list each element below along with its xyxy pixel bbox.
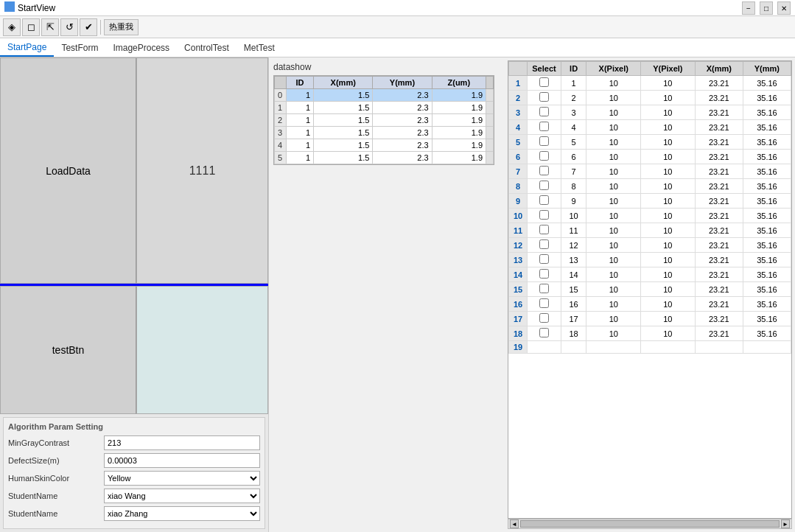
right-xpixel: 10 [586, 282, 641, 297]
datashow-y: 2.3 [373, 114, 432, 127]
row-checkbox[interactable] [539, 92, 549, 102]
right-select-cell[interactable] [528, 105, 561, 120]
param-select-humanskincolor[interactable]: Yellow Brown Light Dark [104, 471, 260, 486]
row-checkbox[interactable] [539, 225, 549, 234]
right-rownum: 9 [509, 194, 528, 209]
minimize-button[interactable]: − [742, 1, 755, 15]
param-input-mingraycontrast[interactable] [104, 435, 260, 450]
right-xpixel: 10 [586, 223, 641, 238]
right-id: 12 [561, 238, 586, 253]
undo-tool-button[interactable]: ↺ [60, 18, 78, 36]
right-ypixel: 10 [641, 253, 696, 267]
rect-tool-button[interactable]: ◻ [22, 18, 40, 36]
right-select-cell[interactable] [528, 194, 561, 209]
horizontal-scrollbar[interactable]: ◄ ► [508, 519, 792, 529]
row-checkbox[interactable] [539, 136, 549, 146]
right-select-cell[interactable] [528, 209, 561, 223]
scroll-right-arrow[interactable]: ► [781, 519, 790, 528]
datashow-rownum: 3 [275, 127, 287, 139]
right-select-cell[interactable] [528, 223, 561, 238]
menu-bar: StartPage TestForm ImageProcess ControlT… [0, 38, 795, 57]
param-input-defectsize[interactable] [104, 453, 260, 468]
datashow-id: 1 [287, 102, 314, 114]
row-checkbox[interactable] [539, 166, 549, 175]
datashow-z: 1.9 [432, 114, 486, 127]
right-table-wrapper[interactable]: Select ID X(Pixel) Y(Pixel) X(mm) Y(mm) … [508, 60, 792, 519]
datashow-x: 1.5 [314, 139, 373, 152]
right-id: 3 [561, 105, 586, 120]
row-checkbox[interactable] [539, 313, 549, 323]
close-button[interactable]: ✕ [777, 1, 791, 15]
menu-imageprocess[interactable]: ImageProcess [105, 38, 177, 57]
row-checkbox[interactable] [539, 210, 549, 220]
test-button[interactable]: testBtn [0, 286, 136, 414]
svg-rect-0 [4, 1, 15, 12]
param-select-studentname1[interactable]: xiao Wang xiao Zhang Li Ming [104, 489, 260, 503]
middle-panel: datashow ID X(mm) Y(mm) Z(um) 0 1 1.5 2. [269, 57, 505, 532]
right-select-cell[interactable] [528, 91, 561, 105]
right-select-cell[interactable] [528, 253, 561, 267]
right-ypixel: 10 [641, 105, 696, 120]
row-checkbox[interactable] [539, 239, 549, 249]
right-select-cell[interactable] [528, 150, 561, 164]
row-checkbox[interactable] [539, 254, 549, 264]
hotreload-button[interactable]: 热重我 [104, 19, 139, 35]
row-checkbox[interactable] [539, 328, 549, 337]
right-ymm: 35.16 [743, 312, 791, 326]
right-select-cell[interactable] [528, 326, 561, 341]
datashow-scroll-cell [486, 127, 494, 139]
right-col-id: ID [561, 62, 586, 76]
right-ymm: 35.16 [743, 91, 791, 105]
right-select-cell[interactable] [528, 135, 561, 150]
right-xpixel: 10 [586, 326, 641, 341]
right-select-cell[interactable] [528, 179, 561, 194]
check-tool-button[interactable]: ✔ [80, 18, 97, 36]
scrollbar-thumb[interactable] [520, 520, 780, 528]
right-ypixel: 10 [641, 297, 696, 312]
move-tool-button[interactable]: ⇱ [41, 18, 59, 36]
left-bottom: testBtn [0, 286, 268, 414]
row-checkbox[interactable] [539, 181, 549, 190]
load-data-button[interactable]: LoadData [0, 57, 136, 284]
row-checkbox[interactable] [539, 269, 549, 279]
datashow-row: 1 1 1.5 2.3 1.9 [275, 102, 494, 114]
param-label-studentname1: StudentName [8, 491, 104, 500]
row-checkbox[interactable] [539, 77, 549, 87]
row-checkbox[interactable] [539, 195, 549, 205]
row-checkbox[interactable] [539, 284, 549, 293]
right-select-cell[interactable] [528, 238, 561, 253]
right-select-cell[interactable] [528, 120, 561, 135]
row-checkbox[interactable] [539, 122, 549, 131]
table-row: 16 16 10 10 23.21 35.16 [509, 297, 791, 312]
right-select-cell[interactable] [528, 341, 561, 354]
right-xpixel: 10 [586, 91, 641, 105]
row-checkbox[interactable] [539, 151, 549, 161]
menu-mettest[interactable]: MetTest [237, 38, 282, 57]
menu-startpage[interactable]: StartPage [0, 38, 54, 57]
datashow-z: 1.9 [432, 89, 486, 102]
restore-button[interactable]: □ [760, 1, 773, 15]
table-row: 8 8 10 10 23.21 35.16 [509, 179, 791, 194]
row-checkbox[interactable] [539, 107, 549, 116]
row-checkbox[interactable] [539, 298, 549, 308]
right-select-cell[interactable] [528, 164, 561, 179]
right-select-cell[interactable] [528, 312, 561, 326]
right-ypixel: 10 [641, 120, 696, 135]
right-ypixel: 10 [641, 150, 696, 164]
datashow-row: 5 1 1.5 2.3 1.9 [275, 152, 494, 164]
scroll-left-arrow[interactable]: ◄ [510, 519, 519, 528]
algo-params-title: Algorithm Param Setting [8, 422, 260, 431]
right-select-cell[interactable] [528, 297, 561, 312]
menu-controltest[interactable]: ControlTest [177, 38, 237, 57]
param-row-humanskincolor: HumanSkinColor Yellow Brown Light Dark [8, 471, 260, 486]
right-select-cell[interactable] [528, 282, 561, 297]
right-xmm: 23.21 [695, 135, 743, 150]
right-select-cell[interactable] [528, 76, 561, 91]
right-col-select: Select [528, 62, 561, 76]
right-select-cell[interactable] [528, 267, 561, 282]
datashow-scroll-cell [486, 102, 494, 114]
menu-testform[interactable]: TestForm [54, 38, 105, 57]
select-tool-button[interactable]: ◈ [3, 18, 21, 36]
table-row: 5 5 10 10 23.21 35.16 [509, 135, 791, 150]
param-select-studentname2[interactable]: xiao Wang xiao Zhang Li Ming [104, 506, 260, 521]
